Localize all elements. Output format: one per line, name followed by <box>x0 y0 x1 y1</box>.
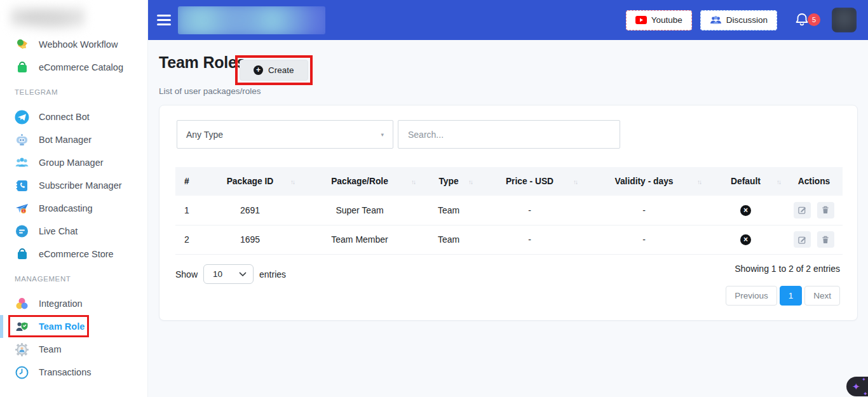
create-button[interactable]: + Create <box>240 60 308 81</box>
cell-price: - <box>477 196 582 225</box>
sidebar-item-connect-bot[interactable]: Connect Bot <box>0 105 147 128</box>
cell-package-role: Super Team <box>299 196 420 225</box>
cell-package-id: 2691 <box>201 196 299 225</box>
sidebar-item-label: Bot Manager <box>39 135 92 145</box>
transactions-icon <box>15 365 29 380</box>
discussion-icon <box>710 16 722 25</box>
column-header-default[interactable]: Default↑↓ <box>706 167 785 196</box>
youtube-button[interactable]: Youtube <box>626 10 692 30</box>
entries-summary: Showing 1 to 2 of 2 entries <box>735 264 840 274</box>
table-row: 1 2691 Super Team Team - - × <box>175 196 843 225</box>
sort-icon[interactable]: ↑↓ <box>573 178 577 185</box>
bot-manager-icon <box>15 133 29 147</box>
type-filter-value: Any Type <box>186 130 223 140</box>
sidebar-item-label: Team <box>39 344 61 354</box>
cell-actions <box>785 225 843 254</box>
column-header-validity[interactable]: Validity - days↑↓ <box>582 167 706 196</box>
page-subtitle: List of user packages/roles <box>159 86 261 96</box>
sidebar-item-broadcasting[interactable]: 1 Broadcasting <box>0 197 147 220</box>
sidebar-item-label: Transactions <box>39 367 91 377</box>
column-header-actions: Actions <box>785 167 843 196</box>
not-default-icon: × <box>740 205 751 216</box>
sidebar-item-team[interactable]: Team <box>0 338 147 361</box>
cell-type: Team <box>420 225 477 254</box>
column-header-index: # <box>175 167 201 196</box>
roles-table: # Package ID↑↓ Package/Role↑↓ Type↑↓ Pri… <box>175 167 843 255</box>
page-size-select[interactable]: 10 <box>203 264 254 284</box>
entries-label: entries <box>259 269 286 279</box>
sidebar-item-bot-manager[interactable]: Bot Manager <box>0 128 147 151</box>
sidebar-item-webhook-workflow[interactable]: Webhook Workflow <box>0 33 147 56</box>
not-default-icon: × <box>740 234 751 245</box>
pagination-page-1-button[interactable]: 1 <box>780 286 803 306</box>
column-header-package-id[interactable]: Package ID↑↓ <box>201 167 299 196</box>
sidebar-section-management: MANAGEMENT <box>0 266 147 292</box>
sidebar-item-label: eCommerce Store <box>39 249 114 259</box>
sidebar-item-label: Group Manager <box>39 158 104 168</box>
subscriber-manager-icon <box>15 178 29 193</box>
sidebar-item-subscriber-manager[interactable]: Subscriber Manager <box>0 174 147 197</box>
top-header: Youtube Discussion 5 <box>148 0 868 40</box>
sidebar-item-label: Subscriber Manager <box>39 180 122 191</box>
pagination-next-button[interactable]: Next <box>804 286 840 306</box>
cell-actions <box>785 196 843 225</box>
chevron-down-icon <box>239 272 247 277</box>
delete-button[interactable] <box>817 202 834 219</box>
main-content: Team Roles + Create List of user package… <box>148 40 868 397</box>
discussion-button-label: Discussion <box>726 15 768 25</box>
sort-icon[interactable]: ↑↓ <box>290 178 294 185</box>
plus-circle-icon: + <box>254 65 263 75</box>
youtube-button-label: Youtube <box>651 15 682 25</box>
notifications-button[interactable]: 5 <box>792 8 818 33</box>
app-logo-blurred <box>10 4 85 33</box>
connect-bot-icon <box>15 110 29 124</box>
user-avatar[interactable] <box>832 8 857 32</box>
notification-count-badge: 5 <box>808 13 820 26</box>
sidebar-item-ecommerce-catalog[interactable]: eCommerce Catalog <box>0 56 147 79</box>
sidebar-item-group-manager[interactable]: Group Manager <box>0 151 147 174</box>
delete-button[interactable] <box>817 231 834 248</box>
roles-card: Any Type ▾ # Package ID↑↓ Package/Role↑↓… <box>159 105 858 321</box>
column-header-type[interactable]: Type↑↓ <box>420 167 477 196</box>
sidebar-item-live-chat[interactable]: Live Chat <box>0 220 147 243</box>
search-input[interactable] <box>398 120 620 149</box>
sidebar-item-label: Broadcasting <box>39 203 93 213</box>
ai-assistant-button[interactable]: ✦ ✦ ✦ <box>846 377 868 396</box>
ecommerce-store-icon <box>15 247 29 262</box>
cell-index: 2 <box>175 225 201 254</box>
edit-button[interactable] <box>794 231 811 248</box>
pagination-previous-button[interactable]: Previous <box>726 286 777 306</box>
sidebar-item-transactions[interactable]: Transactions <box>0 361 147 384</box>
sort-icon[interactable]: ↑↓ <box>468 178 472 185</box>
pagination: Previous 1 Next <box>726 286 840 306</box>
hamburger-menu-icon[interactable] <box>157 15 171 25</box>
table-header-row: # Package ID↑↓ Package/Role↑↓ Type↑↓ Pri… <box>175 167 843 196</box>
cell-index: 1 <box>175 196 201 225</box>
sort-icon[interactable]: ↑↓ <box>411 178 415 185</box>
sort-icon[interactable]: ↑↓ <box>697 178 701 185</box>
discussion-button[interactable]: Discussion <box>700 10 777 30</box>
annotation-box-create: + Create <box>235 55 313 85</box>
column-header-package-role[interactable]: Package/Role↑↓ <box>299 167 420 196</box>
cell-default: × <box>706 225 785 254</box>
sort-icon[interactable]: ↑↓ <box>776 178 780 185</box>
group-manager-icon <box>15 156 29 170</box>
sidebar-item-integration[interactable]: Integration <box>0 292 147 315</box>
sidebar-item-team-role[interactable]: Team Role <box>0 315 147 338</box>
team-icon <box>15 342 29 357</box>
cell-validity: - <box>582 196 706 225</box>
ecommerce-catalog-icon <box>15 60 29 75</box>
sidebar-item-ecommerce-store[interactable]: eCommerce Store <box>0 243 147 266</box>
create-button-label: Create <box>268 65 294 75</box>
table-row: 2 1695 Team Member Team - - × <box>175 225 843 254</box>
column-header-price[interactable]: Price - USD↑↓ <box>477 167 582 196</box>
webhook-workflow-icon <box>15 37 29 52</box>
type-filter-select[interactable]: Any Type ▾ <box>177 120 393 149</box>
edit-button[interactable] <box>794 202 811 219</box>
cell-price: - <box>477 225 582 254</box>
sidebar-section-telegram: TELEGRAM <box>0 79 147 105</box>
sidebar-item-label: Team Role <box>39 321 85 332</box>
show-label: Show <box>175 269 198 279</box>
page-title: Team Roles <box>159 53 245 72</box>
sidebar-item-label: Integration <box>39 299 83 309</box>
